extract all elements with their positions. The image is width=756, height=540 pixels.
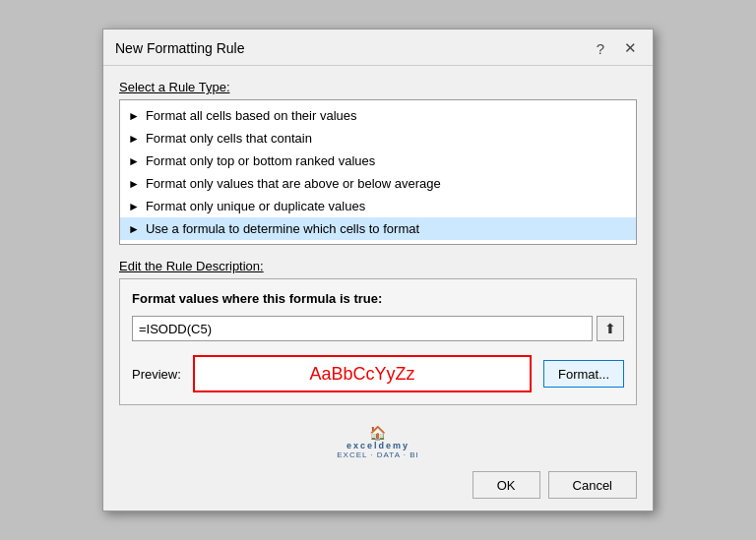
cancel-button[interactable]: Cancel — [548, 471, 637, 499]
arrow-icon-5: ► — [128, 222, 140, 236]
preview-text: AaBbCcYyZz — [309, 364, 414, 385]
rule-item-label-4: Format only unique or duplicate values — [146, 199, 365, 213]
close-button[interactable]: ✕ — [619, 37, 641, 59]
preview-box: AaBbCcYyZz — [193, 355, 532, 392]
arrow-icon-4: ► — [128, 200, 140, 213]
rule-item-label-5: Use a formula to determine which cells t… — [146, 221, 419, 236]
watermark-logo: 🏠 exceldemy EXCEL · DATA · BI — [337, 425, 419, 459]
formula-section-title: Format values where this formula is true… — [132, 291, 624, 306]
preview-row: Preview: AaBbCcYyZz Format... — [132, 355, 624, 392]
title-bar: New Formatting Rule ? ✕ — [103, 30, 653, 66]
rule-item-label-1: Format only cells that contain — [146, 131, 312, 146]
rule-item-0[interactable]: ► Format all cells based on their values — [120, 104, 636, 127]
dialog-window: New Formatting Rule ? ✕ Select a Rule Ty… — [102, 29, 654, 511]
rule-item-1[interactable]: ► Format only cells that contain — [120, 127, 636, 150]
formula-input-row: ⬆ — [132, 316, 624, 341]
format-button[interactable]: Format... — [543, 360, 624, 388]
edit-section-label: Edit the Rule Description: — [119, 259, 637, 273]
rule-item-4[interactable]: ► Format only unique or duplicate values — [120, 195, 636, 217]
arrow-icon-2: ► — [128, 154, 140, 168]
watermark-brand: exceldemy — [346, 441, 410, 450]
rule-item-label-0: Format all cells based on their values — [146, 108, 357, 123]
arrow-icon-1: ► — [128, 132, 140, 146]
ok-button[interactable]: OK — [472, 471, 540, 499]
preview-label: Preview: — [132, 367, 181, 382]
house-icon: 🏠 — [369, 425, 386, 441]
dialog-body: Select a Rule Type: ► Format all cells b… — [103, 66, 653, 419]
arrow-icon-3: ► — [128, 177, 140, 191]
watermark-area: 🏠 exceldemy EXCEL · DATA · BI — [103, 419, 653, 461]
rule-item-2[interactable]: ► Format only top or bottom ranked value… — [120, 150, 636, 172]
watermark-tagline: EXCEL · DATA · BI — [337, 450, 419, 459]
title-bar-icons: ? ✕ — [590, 37, 641, 59]
dialog-title: New Formatting Rule — [115, 40, 245, 56]
rule-type-list: ► Format all cells based on their values… — [119, 99, 637, 245]
dialog-footer: OK Cancel — [103, 461, 653, 510]
formula-upload-button[interactable]: ⬆ — [597, 316, 624, 341]
rule-item-3[interactable]: ► Format only values that are above or b… — [120, 172, 636, 195]
rule-item-5[interactable]: ► Use a formula to determine which cells… — [120, 217, 636, 240]
rule-item-label-2: Format only top or bottom ranked values — [146, 153, 375, 168]
rule-type-label: Select a Rule Type: — [119, 80, 637, 94]
formula-input[interactable] — [132, 316, 593, 341]
rule-item-label-3: Format only values that are above or bel… — [146, 176, 441, 191]
edit-section: Format values where this formula is true… — [119, 278, 637, 405]
help-button[interactable]: ? — [590, 37, 611, 59]
arrow-icon-0: ► — [128, 109, 140, 123]
